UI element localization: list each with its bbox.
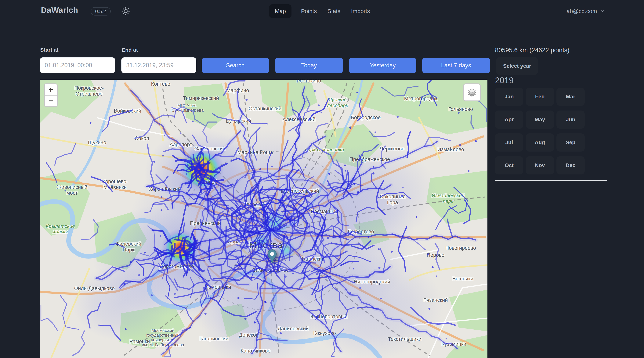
app-logo[interactable]: DaWarIch [41, 6, 78, 15]
month-button-sep[interactable]: Sep [556, 133, 585, 152]
tab-imports[interactable]: Imports [350, 8, 371, 14]
sun-icon [121, 7, 130, 15]
tab-points[interactable]: Points [300, 8, 318, 14]
month-button-jan[interactable]: Jan [495, 88, 523, 106]
map-label: Вешняки [452, 276, 474, 282]
month-button-apr[interactable]: Apr [495, 111, 523, 129]
map-label: Гольяново [448, 106, 473, 112]
map-label: Покровское-Стрешнево [74, 85, 104, 97]
today-button[interactable]: Today [275, 58, 343, 73]
map-label: Фили-Давыдково [74, 286, 115, 291]
map-label: Яузскийлесопарк [326, 97, 348, 108]
month-button-nov[interactable]: Nov [526, 156, 554, 175]
map-label: Марьина Роща [237, 150, 273, 155]
location-marker-icon[interactable] [267, 249, 277, 264]
map-label: Измайлово [438, 147, 464, 152]
year-heading: 2019 [495, 76, 514, 85]
map-label: Преображенское [350, 157, 390, 162]
map-label: Гагаринский [200, 336, 228, 342]
layers-icon [466, 87, 477, 98]
dawarich-app: { "app": { "name": "DaWarIch", "version"… [0, 0, 644, 358]
map-label: Новогиреево [445, 245, 476, 251]
account-menu[interactable]: ab@cd.com [566, 5, 605, 17]
month-button-may[interactable]: May [526, 111, 554, 129]
zoom-out-button[interactable]: − [45, 95, 57, 106]
month-button-jun[interactable]: Jun [556, 111, 585, 129]
month-button-mar[interactable]: Mar [556, 88, 585, 106]
main-nav-tabs: MapPointsStatsImports [269, 4, 371, 18]
month-button-aug[interactable]: Aug [526, 133, 554, 152]
yesterday-button[interactable]: Yesterday [349, 58, 416, 73]
tab-stats[interactable]: Stats [326, 8, 342, 14]
month-button-feb[interactable]: Feb [526, 88, 554, 106]
map-label: Щукино [88, 140, 106, 145]
month-grid: JanFebMarAprMayJunJulAugSepOctNovDec [495, 88, 585, 175]
map-layers-control[interactable] [463, 83, 481, 101]
distance-stats: 80595.6 km (24622 points) [495, 46, 570, 54]
map-label: Рязанский [423, 297, 448, 303]
select-year-button[interactable]: Select year [496, 57, 538, 75]
map-canvas: КоптевоПокровское-СтрешневоТимирязевский… [40, 80, 488, 358]
map-label: Тимирязевский [183, 95, 219, 101]
account-email: ab@cd.com [566, 8, 597, 14]
start-at-label: Start at [40, 47, 58, 53]
search-button[interactable]: Search [202, 58, 269, 73]
map-label: Даниловский [278, 326, 309, 332]
last-7-days-button[interactable]: Last 7 days [422, 58, 490, 73]
map-label: Ростокино [296, 80, 321, 84]
month-button-oct[interactable]: Oct [495, 156, 523, 175]
theme-toggle-button[interactable] [120, 6, 131, 17]
map-label: Войковский [114, 108, 142, 114]
sidebar-divider [495, 180, 607, 181]
map[interactable]: КоптевоПокровское-СтрешневоТимирязевский… [40, 80, 488, 358]
tab-map[interactable]: Map [269, 4, 292, 18]
version-badge: 0.5.2 [90, 7, 111, 15]
zoom-in-button[interactable]: + [45, 84, 57, 95]
month-button-jul[interactable]: Jul [495, 133, 523, 152]
map-zoom-control: + − [44, 83, 58, 107]
map-label: Перово [426, 252, 444, 258]
map-label: Останкинский [248, 106, 282, 111]
month-button-dec[interactable]: Dec [556, 156, 585, 175]
map-label: Коптево [151, 81, 170, 87]
map-label: Богородское [351, 115, 381, 120]
end-at-input[interactable] [121, 57, 196, 73]
start-at-input[interactable] [40, 57, 115, 73]
map-label: Текстильщики [388, 336, 421, 342]
end-at-label: End at [122, 47, 138, 53]
chevron-down-icon [600, 8, 605, 14]
